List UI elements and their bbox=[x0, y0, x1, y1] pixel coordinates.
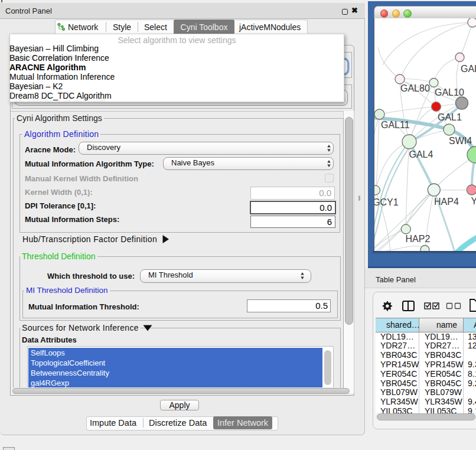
svg-text:GAL11: GAL11 bbox=[381, 120, 410, 130]
svg-text:GCY1: GCY1 bbox=[374, 197, 399, 207]
svg-text:HAP2: HAP2 bbox=[406, 234, 431, 244]
svg-text:HAP4: HAP4 bbox=[434, 197, 459, 207]
svg-text:GAL1: GAL1 bbox=[438, 112, 462, 122]
svg-text:GAL80: GAL80 bbox=[400, 83, 430, 93]
svg-text:GAL10: GAL10 bbox=[435, 87, 464, 97]
svg-text:GAL2: GAL2 bbox=[461, 64, 476, 74]
svg-text:YEL: YEL bbox=[471, 196, 476, 206]
svg-text:GAL4: GAL4 bbox=[409, 149, 433, 159]
svg-text:SWI4: SWI4 bbox=[449, 136, 472, 146]
